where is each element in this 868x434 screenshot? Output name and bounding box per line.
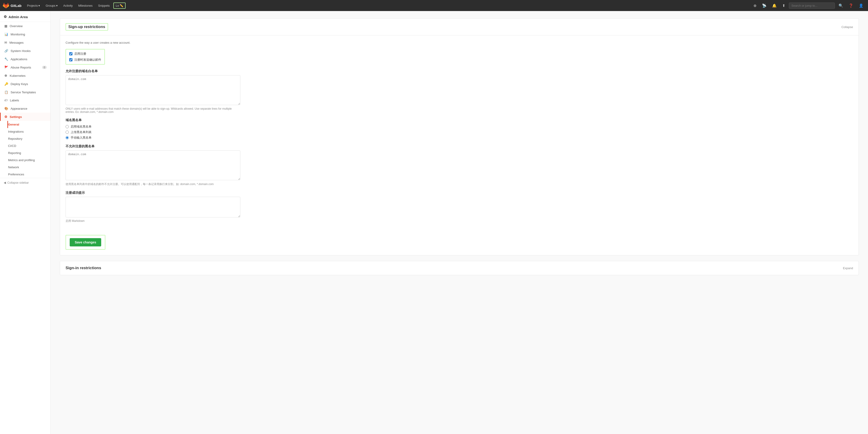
sidebar-item-monitoring[interactable]: 📊 Monitoring [0,30,50,38]
appearance-icon: 🎨 [4,107,8,110]
flag-icon: 🚩 [4,66,8,69]
signup-checkbox-group: 启用注册 注册时发送确认邮件 [66,49,105,65]
signup-collapse-btn[interactable]: Collapse [841,25,853,29]
nav-logo[interactable]: GitLab [3,2,22,9]
sidebar-sub-preferences[interactable]: Preferences [7,171,50,178]
blacklist-upload-radio[interactable] [66,131,69,134]
search-icon[interactable]: 🔍 [837,3,845,9]
k8s-icon: ☸ [4,74,7,77]
signin-restrictions-section: Sign-in restrictions Expand [60,261,859,275]
signin-restrictions-title: Sign-in restrictions [66,266,101,270]
nav-groups[interactable]: Groups ▾ [44,3,60,8]
blacklist-domain-textarea[interactable] [66,151,240,180]
sidebar-item-abuse-reports[interactable]: 🚩 Abuse Reports 0 [0,63,50,71]
blacklist-upload-label: 上传黑名单列表 [71,130,92,134]
service-icon: 📋 [4,90,8,94]
signin-restrictions-header: Sign-in restrictions Expand [60,261,859,275]
save-btn-wrapper: Save changes [66,235,105,249]
blacklist-manual-label: 手动输入黑名单 [71,136,92,140]
signup-restrictions-body: Configure the way a user creates a new a… [60,35,859,233]
blacklist-enable-label: 启用域名黑名单 [71,125,92,129]
abuse-reports-badge: 0 [42,66,47,69]
signup-restrictions-title: Sign-up restrictions [66,23,108,31]
main-layout: ⚙ Admin Area ▦ Overview 📊 Monitoring ✉ M… [0,11,868,434]
search-input[interactable] [789,3,835,9]
sidebar-sub-cicd[interactable]: CI/CD [7,142,50,149]
blacklist-enable-radio-row[interactable]: 启用域名黑名单 [66,125,853,129]
nav-notification-icon[interactable]: 🔔 [770,3,778,9]
label-icon: 🏷 [4,99,8,102]
sidebar-item-appearance[interactable]: 🎨 Appearance [0,104,50,113]
nav-plus-icon[interactable]: ⊕ [752,3,758,9]
success-msg-group: 注册成功提示 启用 Markdown [66,191,853,223]
nav-logo-text: GitLab [10,4,22,8]
whitelist-label: 允许注册的域名白名单 [66,69,853,73]
success-msg-label: 注册成功提示 [66,191,853,195]
sidebar-sub-network[interactable]: Network [7,164,50,171]
whitelist-textarea[interactable] [66,75,240,105]
collapse-icon: ◀ [4,181,6,185]
blacklist-radio-group: 域名黑名单 启用域名黑名单 上传黑名单列表 手动输入黑名单 [66,118,853,140]
send-confirmation-checkbox-row[interactable]: 注册时发送确认邮件 [69,58,101,62]
whitelist-hint: ONLY users with e-mail addresses that ma… [66,107,240,113]
sidebar-collapse-btn[interactable]: ◀ Collapse sidebar [0,178,50,187]
signup-description: Configure the way a user creates a new a… [66,41,853,44]
sidebar-item-overview[interactable]: ▦ Overview [0,22,50,30]
enable-signup-checkbox[interactable] [69,52,72,56]
hook-icon: 🔗 [4,49,8,53]
admin-icon: ⚙ [4,15,7,19]
gitlab-logo-icon [3,2,9,9]
sidebar-item-messages[interactable]: ✉ Messages [0,38,50,47]
nav-projects[interactable]: Projects ▾ [25,3,42,8]
key-icon: 🔑 [4,82,8,86]
blacklist-upload-radio-row[interactable]: 上传黑名单列表 [66,130,853,134]
sidebar-item-settings[interactable]: ⚙ Settings [0,113,50,121]
app-icon: 🔧 [4,57,8,61]
nav-snippets[interactable]: Snippets [96,3,112,8]
sidebar-sub-general[interactable]: General [7,121,50,128]
sidebar-header: ⚙ Admin Area [0,11,50,22]
sidebar-sub-menu: General Integrations Repository CI/CD Re… [0,121,50,178]
nav-upload-icon[interactable]: ⬆ [780,3,787,9]
help-icon[interactable]: ❓ [847,3,855,9]
sidebar-sub-repository[interactable]: Repository [7,135,50,142]
sidebar-item-applications[interactable]: 🔧 Applications [0,55,50,63]
enable-signup-checkbox-row[interactable]: 启用注册 [69,52,101,56]
enable-signup-label: 启用注册 [74,52,86,56]
nav-broadcast-icon[interactable]: 📡 [760,3,768,9]
nav-activity[interactable]: Activity [61,3,74,8]
success-msg-textarea[interactable] [66,197,240,218]
whitelist-group: 允许注册的域名白名单 ONLY users with e-mail addres… [66,69,853,113]
message-icon: ✉ [4,41,7,44]
send-confirmation-checkbox[interactable] [69,58,72,61]
sidebar-item-service-templates[interactable]: 📋 Service Templates [0,88,50,96]
blacklist-enable-radio[interactable] [66,125,69,128]
sidebar-sub-reporting[interactable]: Reporting [7,149,50,157]
blacklist-manual-radio-row[interactable]: 手动输入黑名单 [66,136,853,140]
nav-milestones[interactable]: Milestones [76,3,94,8]
blacklist-domain-label: 不允许注册的黑名单 [66,144,853,148]
save-changes-button[interactable]: Save changes [70,238,101,246]
sidebar-title: Admin Area [8,15,28,19]
sidebar-sub-metrics[interactable]: Metrics and profiling [7,157,50,164]
signup-restrictions-header: Sign-up restrictions Collapse [60,19,859,35]
sidebar-item-system-hooks[interactable]: 🔗 System Hooks [0,47,50,55]
settings-icon: ⚙ [4,115,7,119]
signup-restrictions-section: Sign-up restrictions Collapse Configure … [60,19,859,256]
pencil-icon: ✏️ [120,4,123,7]
blacklist-label: 域名黑名单 [66,118,853,122]
signin-expand-btn[interactable]: Expand [843,266,853,270]
sidebar-sub-integrations[interactable]: Integrations [7,128,50,135]
sidebar-item-kubernetes[interactable]: ☸ Kubernetes [0,71,50,80]
main-content: Sign-up restrictions Collapse Configure … [51,11,868,434]
nav-lo[interactable]: Lo ✏️ [114,3,126,9]
user-avatar[interactable]: 👤 [857,3,865,9]
blacklist-manual-radio[interactable] [66,136,69,139]
monitor-icon: 📊 [4,32,8,36]
blacklist-hint: 使用黑名单列表中的域名的邮件不允许注册。可以使用通配符，每一条记录用换行来分割。… [66,182,240,186]
sidebar-item-deploy-keys[interactable]: 🔑 Deploy Keys [0,80,50,88]
markdown-hint: 启用 Markdown [66,219,853,223]
send-confirmation-label: 注册时发送确认邮件 [74,58,101,62]
top-nav: GitLab Projects ▾ Groups ▾ Activity Mile… [0,0,868,11]
sidebar-item-labels[interactable]: 🏷 Labels [0,96,50,104]
